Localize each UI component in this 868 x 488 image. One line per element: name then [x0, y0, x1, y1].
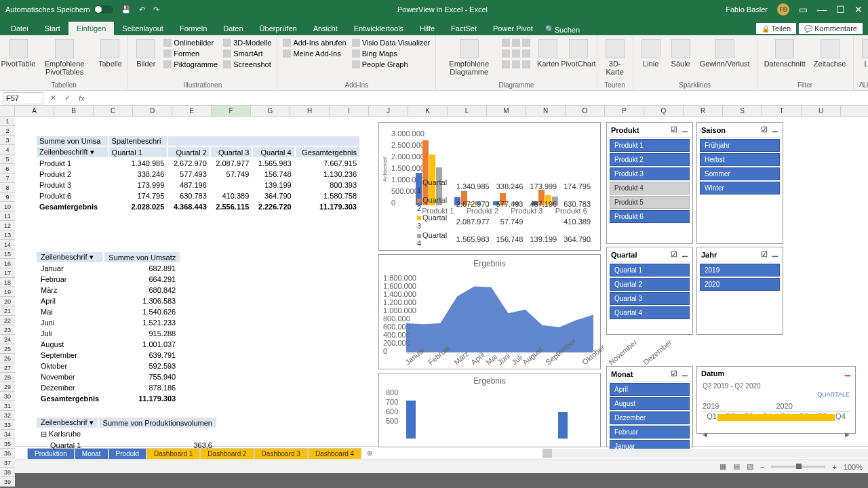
user-avatar[interactable]: FB — [777, 3, 789, 16]
sheet-tab[interactable]: Dashboard 4 — [308, 448, 361, 459]
slicer-item[interactable]: Winter — [700, 182, 780, 195]
tab-start[interactable]: Start — [37, 22, 68, 35]
view-pagebreak-icon[interactable]: ▧ — [747, 462, 753, 471]
slicer-item[interactable]: Produkt 6 — [610, 210, 690, 223]
undo-icon[interactable]: ↶ — [139, 5, 145, 14]
redo-icon[interactable]: ↷ — [153, 5, 159, 14]
tab-power pivot[interactable]: Power Pivot — [485, 22, 541, 35]
smartart-button[interactable]: SmartArt — [222, 49, 273, 58]
clear-filter-icon[interactable]: ⚊ — [772, 125, 778, 134]
pictures-button[interactable]: Bilder — [132, 38, 159, 69]
link-button[interactable]: Link — [858, 38, 869, 69]
multiselect-icon[interactable]: ☑ — [671, 250, 677, 259]
slicer-item[interactable]: Produkt 1 — [610, 139, 690, 152]
multiselect-icon[interactable]: ☑ — [671, 125, 677, 134]
visio-button[interactable]: Visio Data Visualizer — [351, 38, 431, 47]
clear-filter-icon[interactable]: ⚊ — [682, 250, 688, 259]
autosave-toggle[interactable]: Automatisches Speichern — [5, 5, 113, 14]
chart-type-1[interactable] — [500, 38, 532, 47]
formula-input[interactable] — [89, 92, 868, 104]
zoom-in-icon[interactable]: + — [832, 463, 836, 471]
slicer-item[interactable]: Produkt 3 — [610, 167, 690, 180]
slicer-item[interactable]: Frühjahr — [700, 139, 780, 152]
pivottable-button[interactable]: PivotTable — [4, 38, 33, 69]
screenshot-button[interactable]: Screenshot — [222, 60, 273, 69]
bar-chart-product[interactable]: Achsenteil 3.000.0002.500.0002.000.0001.… — [378, 122, 601, 251]
table-button[interactable]: Tabelle — [96, 38, 123, 69]
timeline-prev-icon[interactable]: ◄ — [701, 430, 709, 439]
select-all-corner[interactable] — [0, 106, 15, 117]
ribbon-mode-icon[interactable]: ▭ — [799, 4, 808, 15]
tab-entwicklertools[interactable]: Entwicklertools — [346, 22, 412, 35]
clear-filter-icon[interactable]: ⚊ — [844, 369, 851, 378]
zoom-level[interactable]: 100% — [844, 463, 863, 471]
comments-button[interactable]: 💬 Kommentare — [799, 23, 863, 34]
tab-ansicht[interactable]: Ansicht — [305, 22, 346, 35]
slicer-button[interactable]: Datenschnitt — [762, 38, 808, 69]
view-normal-icon[interactable]: ▦ — [719, 462, 726, 471]
tab-factset[interactable]: FactSet — [443, 22, 485, 35]
slicer-saison[interactable]: Saison☑⚊ FrühjahrHerbstSommerWinter — [696, 122, 783, 244]
worksheet[interactable]: ABCDEFGHIJKLMNOPQRSTU 123456789101112131… — [0, 106, 868, 446]
multiselect-icon[interactable]: ☑ — [761, 125, 768, 134]
multiselect-icon[interactable]: ☑ — [671, 369, 677, 378]
pivotchart-button[interactable]: PivotChart — [564, 38, 592, 69]
slicer-item[interactable]: Quartal 4 — [610, 306, 690, 319]
clear-filter-icon[interactable]: ⚊ — [682, 369, 688, 378]
slicer-item[interactable]: Produkt 5 — [610, 196, 690, 209]
my-addins-button[interactable]: Meine Add-Ins — [281, 49, 347, 58]
slicer-jahr[interactable]: Jahr☑⚊ 20192020 — [696, 247, 783, 335]
3d-models-button[interactable]: 3D-Modelle — [222, 38, 273, 47]
name-box[interactable] — [3, 92, 43, 104]
fx-icon[interactable]: fx — [75, 94, 89, 102]
view-layout-icon[interactable]: ▤ — [733, 462, 740, 471]
get-addins-button[interactable]: Add-Ins abrufen — [281, 38, 347, 47]
search-box[interactable]: 🔍 Suchen — [541, 24, 584, 35]
tab-hilfe[interactable]: Hilfe — [412, 22, 443, 35]
column-headers[interactable]: ABCDEFGHIJKLMNOPQRSTU — [15, 106, 868, 117]
tab-formeln[interactable]: Formeln — [172, 22, 215, 35]
slicer-item[interactable]: Quartal 3 — [610, 292, 690, 305]
row-headers[interactable]: 1234567891011121314151617181920212223242… — [0, 117, 15, 487]
close-icon[interactable]: ✕ — [854, 4, 863, 15]
slicer-item[interactable]: Quartal 1 — [610, 264, 690, 277]
add-sheet-button[interactable]: ⊕ — [361, 448, 378, 458]
slicer-item[interactable]: August — [610, 397, 690, 410]
online-pictures-button[interactable]: Onlinebilder — [162, 38, 219, 47]
slicer-monat[interactable]: Monat☑⚊ AprilAugustDezemberFebruarJanuar — [606, 366, 693, 447]
slicer-item[interactable]: Quartal 2 — [610, 278, 690, 291]
timeline-button[interactable]: Zeitachse — [811, 38, 849, 69]
share-button[interactable]: 🔒 Teilen — [756, 23, 797, 34]
pivot-table-production[interactable]: Zeilenbeschrif ▾Summe von Produktionsvol… — [35, 416, 218, 451]
icons-button[interactable]: Piktogramme — [162, 60, 219, 69]
zoom-slider[interactable] — [771, 466, 825, 468]
slicer-item[interactable]: 2019 — [700, 264, 780, 277]
slicer-item[interactable]: Produkt 2 — [610, 153, 690, 166]
timeline-datum[interactable]: Datum⚊ Q2 2019 - Q2 2020 QUARTALE 201920… — [696, 366, 856, 434]
tab-datei[interactable]: Datei — [3, 22, 37, 35]
save-icon[interactable]: 💾 — [121, 5, 131, 14]
maps-button[interactable]: Karten — [534, 38, 561, 69]
recommended-pivot-button[interactable]: Empfohlene PivotTables — [35, 38, 94, 77]
slicer-quartal[interactable]: Quartal☑⚊ Quartal 1Quartal 2Quartal 3Qua… — [606, 247, 693, 335]
people-graph-button[interactable]: People Graph — [351, 60, 431, 69]
tab-daten[interactable]: Daten — [215, 22, 251, 35]
pivot-table-month[interactable]: Zeilenbeschrif ▾Summe von Umsatz Januar6… — [35, 251, 181, 405]
chart-type-2[interactable] — [500, 49, 532, 58]
sparkline-line-button[interactable]: Linie — [637, 38, 665, 69]
bar-chart-ergebnis-2[interactable]: Ergebnis 800700600500 — [378, 373, 601, 447]
sparkline-column-button[interactable]: Säule — [667, 38, 694, 69]
recommended-charts-button[interactable]: Empfohlene Diagramme — [440, 38, 498, 77]
slicer-item[interactable]: Sommer — [700, 167, 780, 180]
timeline-next-icon[interactable]: ► — [844, 430, 851, 439]
pivot-table-product[interactable]: Summe von UmsaSpaltenbeschri Zeilenbesch… — [35, 135, 361, 213]
clear-filter-icon[interactable]: ⚊ — [682, 125, 688, 134]
timeline-selection[interactable] — [717, 414, 835, 421]
sparkline-winloss-button[interactable]: Gewinn/Verlust — [697, 38, 753, 69]
maximize-icon[interactable]: ☐ — [836, 4, 845, 15]
slicer-item[interactable]: April — [610, 383, 690, 396]
3d-map-button[interactable]: 3D-Karte — [601, 38, 629, 77]
slicer-item[interactable]: 2020 — [700, 278, 780, 291]
minimize-icon[interactable]: — — [817, 4, 827, 15]
slicer-produkt[interactable]: Produkt☑⚊ Produkt 1Produkt 2Produkt 3Pro… — [606, 122, 693, 244]
